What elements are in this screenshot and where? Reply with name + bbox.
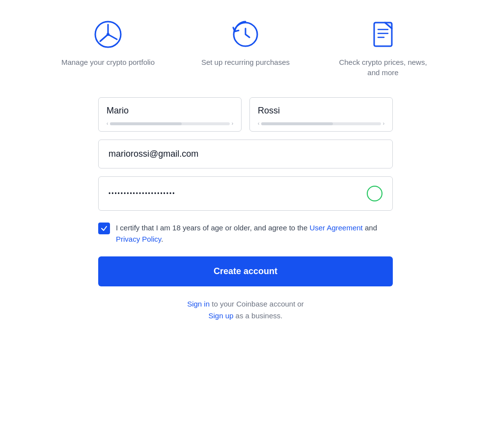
signin-link[interactable]: Sign in bbox=[187, 300, 210, 308]
first-name-wrapper[interactable]: Mario ‹ › bbox=[98, 97, 242, 132]
signup-link[interactable]: Sign up bbox=[209, 311, 234, 320]
scrollbar-track bbox=[110, 122, 229, 125]
last-name-wrapper[interactable]: Rossi ‹ › bbox=[249, 97, 393, 132]
create-account-button[interactable]: Create account bbox=[98, 256, 393, 286]
scrollbar-left-arrow[interactable]: ‹ bbox=[107, 121, 108, 126]
email-value: mariorossi@gmail.com bbox=[109, 149, 198, 159]
password-wrapper[interactable]: •••••••••••••••••••••• bbox=[98, 176, 393, 211]
portfolio-icon bbox=[93, 20, 123, 49]
signup-suffix: as a business. bbox=[233, 311, 282, 320]
feature-portfolio: Manage your crypto portfolio bbox=[59, 20, 157, 78]
feature-recurring: Set up recurring purchases bbox=[196, 20, 295, 78]
age-checkbox[interactable] bbox=[98, 223, 110, 234]
svg-point-1 bbox=[107, 33, 109, 36]
scrollbar-right-arrow-2[interactable]: › bbox=[383, 121, 384, 126]
age-agreement-label: I certify that I am 18 years of age or o… bbox=[116, 223, 393, 245]
email-wrapper[interactable]: mariorossi@gmail.com bbox=[98, 140, 393, 168]
signin-row: Sign in to your Coinbase account or Sign… bbox=[98, 298, 393, 322]
feature-prices-label: Check crypto prices, news, and more bbox=[334, 57, 432, 78]
scrollbar-thumb-2 bbox=[261, 122, 333, 125]
feature-portfolio-label: Manage your crypto portfolio bbox=[61, 57, 155, 67]
first-name-scrollbar: ‹ › bbox=[107, 120, 233, 127]
feature-recurring-label: Set up recurring purchases bbox=[201, 57, 290, 67]
signin-suffix: to your Coinbase account or bbox=[210, 300, 304, 308]
feature-prices: Check crypto prices, news, and more bbox=[334, 20, 432, 78]
scrollbar-thumb bbox=[110, 122, 182, 125]
document-icon bbox=[368, 20, 398, 49]
first-name-value: Mario bbox=[107, 106, 233, 116]
checkmark-icon bbox=[101, 225, 108, 232]
scrollbar-left-arrow-2[interactable]: ‹ bbox=[258, 121, 259, 126]
scrollbar-right-arrow[interactable]: › bbox=[232, 121, 233, 126]
form-container: Mario ‹ › Rossi ‹ › mariorossi@gmail.com bbox=[98, 97, 393, 322]
user-agreement-link[interactable]: User Agreement bbox=[309, 224, 362, 232]
password-toggle-icon[interactable] bbox=[367, 186, 382, 201]
privacy-policy-link[interactable]: Privacy Policy bbox=[116, 235, 161, 243]
last-name-scrollbar: ‹ › bbox=[258, 120, 384, 127]
age-agreement-row: I certify that I am 18 years of age or o… bbox=[98, 219, 393, 249]
clock-icon bbox=[231, 20, 260, 49]
password-dots: •••••••••••••••••••••• bbox=[109, 190, 175, 197]
scrollbar-track-2 bbox=[261, 122, 381, 125]
last-name-value: Rossi bbox=[258, 106, 384, 116]
name-row: Mario ‹ › Rossi ‹ › bbox=[98, 97, 393, 132]
features-row: Manage your crypto portfolio Set up recu… bbox=[25, 20, 466, 78]
